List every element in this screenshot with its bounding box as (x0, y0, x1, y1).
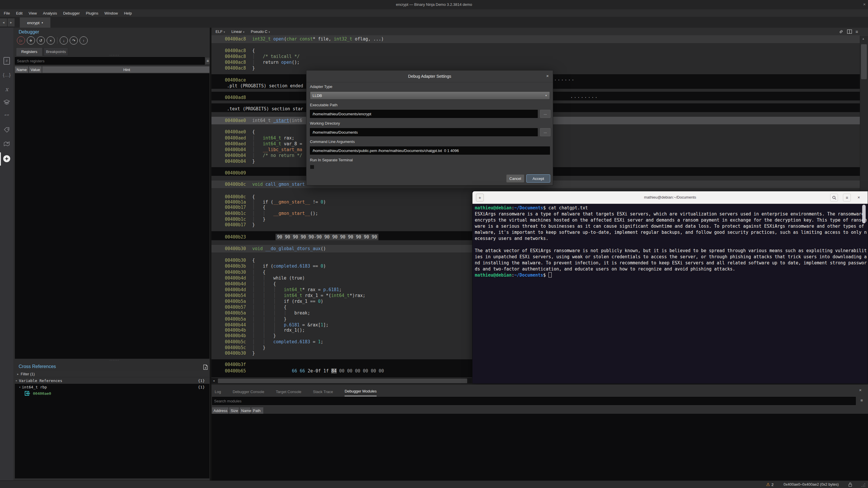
entropy-icon[interactable]: # (0, 56, 13, 66)
analysis-warnings[interactable]: ⚠ 2 (766, 481, 774, 488)
run-in-terminal-checkbox[interactable] (310, 165, 314, 169)
working-directory-browse-button[interactable]: ... (540, 128, 551, 136)
splitter-handle[interactable]: ······ (110, 53, 119, 57)
search-registers-input[interactable] (15, 57, 205, 65)
nav-back-button[interactable]: ◂ (0, 18, 7, 27)
search-modules-input[interactable] (212, 397, 856, 405)
menu-plugins[interactable]: Plugins (85, 11, 99, 15)
step-into-button[interactable]: ↓ (60, 36, 68, 44)
splitter-handle-xrefs[interactable]: ······ (110, 358, 119, 362)
terminal-search-icon[interactable] (830, 194, 838, 201)
code-content: 66 66 2e-0f 1f 84 00 00 00 00 00 00 (292, 368, 384, 374)
xref-filter-row[interactable]: ▸ Filter (1) (15, 371, 210, 377)
code-vscrollbar-thumb[interactable] (861, 44, 867, 79)
adapter-type-select[interactable]: LLDB ▾ (310, 91, 550, 100)
code-content: │ int64_t rax; (252, 135, 294, 141)
code-token: __gmon_start__ (273, 199, 310, 205)
debugger-icon[interactable] (0, 154, 13, 164)
registers-menu-icon[interactable]: ≡ (205, 58, 210, 64)
executable-path-browse-button[interactable]: ... (540, 110, 551, 118)
stop-button[interactable]: × (46, 36, 55, 44)
code-content: │ │ │ rdx_1(); (252, 327, 305, 333)
variables-icon[interactable]: x (0, 84, 13, 94)
code-token: = (310, 339, 318, 345)
tab-registers[interactable]: Registers (16, 47, 42, 56)
modules-table-body (212, 414, 868, 481)
dialog-close-icon[interactable]: × (546, 73, 549, 78)
tab-breakpoints[interactable]: Breakpoints (44, 47, 68, 56)
modules-col-name[interactable]: Name (240, 408, 250, 414)
menu-analysis[interactable]: Analysis (42, 11, 57, 15)
types-icon[interactable]: {…} (0, 70, 13, 80)
code-hscrollbar-thumb[interactable] (218, 379, 467, 383)
terminal-scrollbar-thumb[interactable] (862, 205, 866, 223)
terminal-line: mathieu@debian:~/Documents$ cat chatgpt.… (475, 205, 867, 211)
attach-button[interactable]: ✈ (27, 36, 35, 44)
code-token: │ │ (252, 339, 273, 345)
step-out-button[interactable]: ↑ (80, 36, 88, 44)
new-pane-icon[interactable] (203, 364, 208, 370)
tab-encrypt[interactable]: encrypt ● (20, 18, 51, 28)
modules-menu-icon[interactable]: ≡ (859, 398, 865, 404)
accept-button[interactable]: Accept (526, 174, 550, 183)
code-address: 00400b0c (225, 182, 246, 187)
terminal-new-tab-button[interactable]: + (476, 194, 484, 201)
cancel-button[interactable]: Cancel (506, 174, 524, 183)
code-line[interactable]: 00400ac8{ (212, 48, 868, 54)
code-token: ]; (323, 322, 329, 328)
minimap-icon[interactable] (0, 139, 13, 149)
terminal-close-icon[interactable]: × (858, 195, 860, 200)
code-address: 00400b65 (225, 368, 246, 374)
nav-forward-button[interactable]: ▸ (7, 18, 14, 27)
lock-icon[interactable] (848, 482, 852, 487)
step-over-button[interactable]: ↷ (70, 36, 78, 44)
bottom-tab-target-console[interactable]: Target Console (276, 390, 301, 396)
terminal-header[interactable]: mathieu@debian:~/Documents + ≡ × (472, 191, 868, 204)
modules-col-path[interactable]: Path (251, 408, 263, 414)
code-line[interactable]: 00400ac8│ /* tailcall */ (212, 54, 868, 59)
restart-button[interactable]: ↺ (37, 36, 45, 44)
code-ellipsis: ········ (570, 95, 598, 100)
registers-col-value[interactable]: Value (29, 66, 42, 73)
run-button[interactable]: ▷ (17, 36, 25, 44)
bottom-tab-log[interactable]: Log (215, 390, 221, 396)
menu-debugger[interactable]: Debugger (63, 11, 81, 15)
adapter-type-label: Adapter Type (310, 85, 332, 89)
code-address: 00400b5a (225, 316, 246, 322)
modules-col-address[interactable]: Address (212, 408, 228, 414)
menu-help[interactable]: Help (124, 11, 132, 15)
resize-grip[interactable] (861, 483, 866, 487)
code-line[interactable]: 00400ac8│ return open(); (212, 59, 868, 65)
code-token: int64_t (331, 293, 349, 298)
code-token: } (252, 66, 255, 71)
menu-view[interactable]: View (28, 11, 37, 15)
menu-edit[interactable]: Edit (16, 11, 23, 15)
code-address: 00400ac8 (225, 59, 246, 65)
arguments-input[interactable] (310, 147, 550, 155)
code-content: │ } (252, 216, 265, 222)
code-token: () (321, 246, 326, 251)
menu-window[interactable]: Window (104, 11, 118, 15)
code-content: { (252, 194, 255, 200)
registers-col-name[interactable]: Name (15, 66, 28, 73)
working-directory-input[interactable] (310, 128, 538, 136)
code-line[interactable]: 00400ac8int32_t open(char const* file, i… (212, 36, 868, 42)
bottom-tab-stack-trace[interactable]: Stack Trace (313, 390, 333, 396)
xref-variable-row[interactable]: ▾ int64_t rbp {1} (15, 384, 210, 390)
executable-path-input[interactable] (310, 110, 538, 118)
terminal-body[interactable]: mathieu@debian:~/Documents$ cat chatgpt.… (472, 203, 868, 384)
terminal-token: $ cat chatgpt.txt (543, 205, 588, 210)
menu-file[interactable]: File (3, 11, 10, 15)
modules-col-size[interactable]: Size (229, 408, 239, 414)
registers-col-hint[interactable]: Hint (42, 66, 210, 73)
bottom-panel-close-icon[interactable]: × (859, 388, 862, 392)
tags-icon[interactable] (0, 125, 13, 135)
xref-entry-row[interactable]: 00400ae0 (15, 390, 210, 397)
bottom-tab-debugger-console[interactable]: Debugger Console (233, 390, 264, 396)
strings-icon[interactable]: “” (0, 111, 13, 121)
xref-group-row[interactable]: ▾ Variable References {1} (15, 377, 210, 384)
bottom-tab-debugger-modules[interactable]: Debugger Modules (345, 389, 377, 396)
stack-icon[interactable] (0, 98, 13, 107)
code-content: 90 90 90 90 90-90 90 90 90 90 90 90 90 (276, 234, 378, 240)
terminal-menu-icon[interactable]: ≡ (843, 194, 851, 201)
